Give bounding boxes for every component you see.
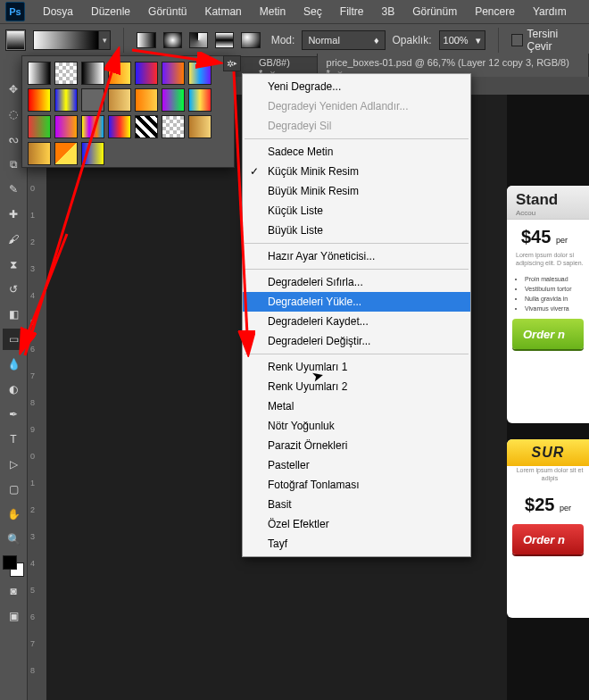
svg-line-1: [132, 50, 218, 62]
svg-line-0: [25, 52, 118, 355]
svg-line-2: [234, 71, 248, 352]
annotation-arrows: [0, 0, 589, 700]
svg-line-3: [21, 234, 67, 350]
